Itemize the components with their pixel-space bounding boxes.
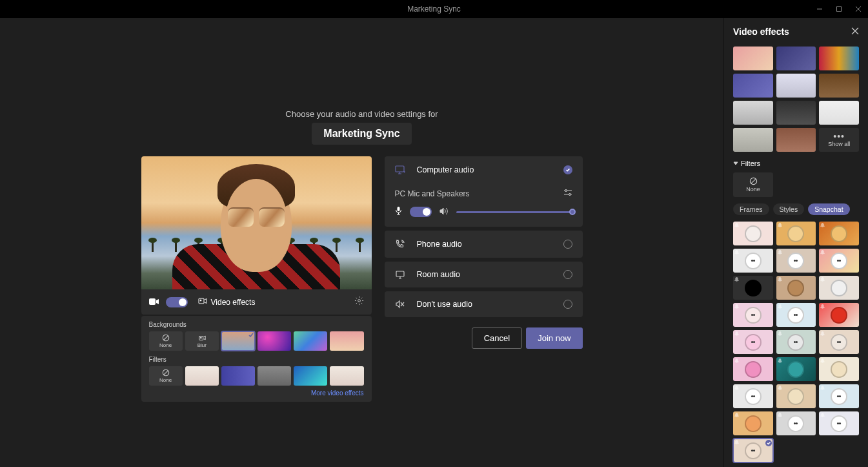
tab-frames[interactable]: Frames <box>733 203 769 215</box>
dont-use-audio-card: Don't use audio <box>385 291 583 317</box>
close-button[interactable] <box>849 0 868 18</box>
snapchat-badge-icon <box>734 249 740 255</box>
snapchat-filter-tile[interactable] <box>733 303 773 327</box>
filters-section-header[interactable]: Filters <box>733 160 859 167</box>
snapchat-badge-icon <box>734 412 740 418</box>
background-tile[interactable] <box>733 128 773 152</box>
checkmark-icon <box>248 332 254 338</box>
background-tile[interactable] <box>776 47 816 70</box>
no-audio-icon <box>395 300 407 309</box>
volume-slider[interactable] <box>456 211 572 213</box>
snapchat-filter-tile[interactable] <box>819 411 859 435</box>
phone-audio-option[interactable]: Phone audio <box>385 231 583 258</box>
camera-icon <box>149 297 159 307</box>
panel-close-button[interactable] <box>851 26 859 37</box>
snapchat-filter-tile[interactable] <box>733 222 773 245</box>
snapchat-filter-tile[interactable] <box>776 222 816 245</box>
device-settings-button[interactable] <box>354 296 364 308</box>
svg-rect-19 <box>397 207 399 211</box>
tab-snapchat[interactable]: Snapchat <box>808 203 849 215</box>
snapchat-filter-tile[interactable] <box>819 330 859 354</box>
backgrounds-label: Backgrounds <box>149 321 364 328</box>
svg-line-13 <box>163 371 168 375</box>
filter-tile[interactable] <box>330 366 363 386</box>
snapchat-filter-tile[interactable] <box>776 249 816 273</box>
snapchat-filter-tile[interactable] <box>776 276 816 300</box>
snapchat-filter-tile[interactable] <box>733 276 773 300</box>
snapchat-filter-tile[interactable] <box>776 357 816 381</box>
maximize-button[interactable] <box>829 0 849 18</box>
filter-tile[interactable] <box>294 366 327 386</box>
join-now-button[interactable]: Join now <box>526 327 582 349</box>
background-tile[interactable] <box>819 47 859 70</box>
filter-tile[interactable] <box>257 366 291 386</box>
snapchat-filter-tile[interactable] <box>733 384 773 408</box>
speaker-icon <box>439 206 449 218</box>
background-tile[interactable] <box>776 101 816 125</box>
snapchat-filter-tile[interactable] <box>733 330 773 354</box>
tab-styles[interactable]: Styles <box>773 203 805 215</box>
snapchat-filter-tile[interactable] <box>733 249 773 273</box>
filter-none-tile[interactable]: None <box>733 172 773 197</box>
snapchat-badge-icon <box>734 439 740 445</box>
cancel-button[interactable]: Cancel <box>472 327 522 349</box>
background-tile[interactable] <box>294 331 327 351</box>
effects-icon <box>198 296 207 307</box>
snapchat-filter-tile[interactable] <box>819 303 859 327</box>
background-tile[interactable] <box>257 331 291 351</box>
computer-audio-option[interactable]: Computer audio <box>385 156 583 183</box>
background-tile[interactable] <box>733 47 773 70</box>
snapchat-filter-tile[interactable] <box>819 357 859 381</box>
audio-device-settings-icon[interactable] <box>563 189 572 198</box>
dont-use-audio-option[interactable]: Don't use audio <box>385 291 583 317</box>
audio-device-row[interactable]: PC Mic and Speakers <box>385 183 583 203</box>
background-tile[interactable] <box>733 74 773 98</box>
snapchat-filter-tile[interactable] <box>819 222 859 245</box>
snapchat-filter-tile[interactable] <box>776 303 816 327</box>
radio-empty-icon <box>563 270 572 279</box>
snapchat-filter-tile[interactable] <box>733 411 773 435</box>
more-video-effects-link[interactable]: More video effects <box>149 389 364 397</box>
background-none-tile[interactable]: None <box>149 331 183 351</box>
filter-tile[interactable] <box>221 366 255 386</box>
video-controls-bar: Video effects <box>141 289 372 315</box>
filter-none-tile[interactable]: None <box>149 366 183 386</box>
background-tile[interactable] <box>819 74 859 98</box>
background-tile[interactable] <box>330 331 363 351</box>
room-audio-option[interactable]: Room audio <box>385 262 583 287</box>
svg-rect-1 <box>837 7 842 12</box>
phone-icon <box>395 239 407 249</box>
filter-tile[interactable] <box>185 366 219 386</box>
svg-point-11 <box>200 337 201 338</box>
background-blur-tile[interactable]: Blur <box>185 331 219 351</box>
snapchat-filter-tile[interactable] <box>819 384 859 408</box>
snapchat-filter-tile[interactable] <box>776 330 816 354</box>
title-bar: Marketing Sync <box>0 0 868 18</box>
checkmark-icon <box>765 440 772 446</box>
snapchat-filter-tile[interactable] <box>733 439 773 462</box>
snapchat-badge-icon <box>820 358 825 364</box>
background-tile[interactable] <box>221 331 255 351</box>
mic-toggle[interactable] <box>410 207 432 217</box>
snapchat-filter-tile[interactable] <box>819 249 859 273</box>
snapchat-filter-tile[interactable] <box>776 384 816 408</box>
snapchat-filter-tile[interactable] <box>776 411 816 435</box>
phone-audio-card: Phone audio <box>385 231 583 258</box>
show-all-backgrounds-button[interactable]: •••Show all <box>819 128 859 152</box>
snapchat-badge-icon <box>734 276 740 282</box>
background-tile[interactable] <box>776 128 816 152</box>
svg-point-7 <box>358 300 360 302</box>
video-effects-button[interactable]: Video effects <box>198 296 256 307</box>
minimize-button[interactable] <box>810 0 829 18</box>
background-tile[interactable] <box>733 101 773 125</box>
meeting-name: Marketing Sync <box>312 123 411 145</box>
room-audio-card: Room audio <box>385 262 583 287</box>
title-bar-title: Marketing Sync <box>407 5 461 14</box>
snapchat-filter-tile[interactable] <box>819 276 859 300</box>
background-tile[interactable] <box>776 74 816 98</box>
snapchat-filters-grid <box>733 222 859 462</box>
camera-toggle[interactable] <box>166 297 188 307</box>
snapchat-badge-icon <box>820 385 825 391</box>
background-tile[interactable] <box>819 101 859 125</box>
snapchat-filter-tile[interactable] <box>733 357 773 381</box>
